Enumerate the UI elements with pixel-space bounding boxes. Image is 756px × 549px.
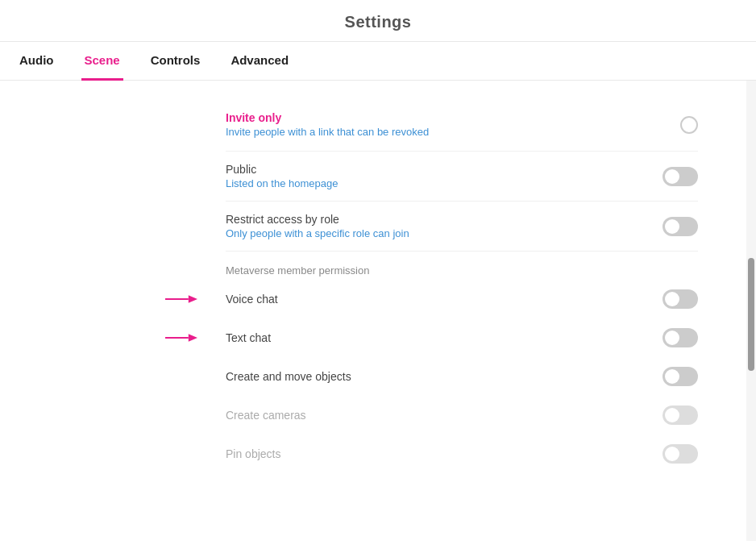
page-header: Settings bbox=[0, 0, 756, 42]
public-setting-info: Public Listed on the homepage bbox=[226, 163, 339, 189]
restrict-access-info: Restrict access by role Only people with… bbox=[226, 213, 409, 239]
scrollbar-track bbox=[746, 81, 756, 541]
svg-marker-1 bbox=[189, 295, 197, 303]
text-chat-arrow-indicator bbox=[165, 330, 197, 346]
tab-scene[interactable]: Scene bbox=[81, 42, 123, 81]
create-move-row: Create and move objects bbox=[226, 357, 698, 396]
pin-objects-row: Pin objects bbox=[226, 435, 698, 473]
invite-only-row: Invite only Invite people with a link th… bbox=[226, 105, 698, 152]
svg-marker-3 bbox=[189, 334, 197, 342]
invite-only-radio[interactable] bbox=[680, 116, 698, 134]
public-sub: Listed on the homepage bbox=[226, 177, 339, 189]
restrict-access-sub: Only people with a specific role can joi… bbox=[226, 227, 409, 239]
tab-controls[interactable]: Controls bbox=[147, 42, 204, 81]
restrict-access-toggle[interactable] bbox=[663, 217, 698, 236]
public-label: Public bbox=[226, 163, 339, 176]
create-move-label: Create and move objects bbox=[226, 370, 351, 383]
scrollbar-thumb[interactable] bbox=[748, 258, 754, 371]
create-cameras-label: Create cameras bbox=[226, 409, 306, 422]
arrow-right-icon bbox=[165, 291, 197, 307]
pin-objects-toggle[interactable] bbox=[663, 444, 698, 464]
voice-chat-label: Voice chat bbox=[226, 293, 278, 306]
arrow-right-icon-2 bbox=[165, 330, 197, 346]
restrict-access-setting-row: Restrict access by role Only people with… bbox=[226, 202, 698, 251]
main-content: Invite only Invite people with a link th… bbox=[0, 81, 746, 541]
tab-audio[interactable]: Audio bbox=[16, 42, 57, 81]
voice-chat-row: Voice chat bbox=[226, 280, 698, 318]
public-setting-row: Public Listed on the homepage bbox=[226, 152, 698, 201]
voice-chat-arrow-indicator bbox=[165, 291, 197, 307]
pin-objects-label: Pin objects bbox=[226, 447, 280, 460]
text-chat-toggle[interactable] bbox=[663, 328, 698, 347]
public-toggle[interactable] bbox=[663, 167, 698, 186]
fade-top bbox=[0, 81, 746, 105]
create-move-toggle[interactable] bbox=[663, 367, 698, 386]
settings-section: Invite only Invite people with a link th… bbox=[0, 105, 746, 473]
tab-advanced[interactable]: Advanced bbox=[227, 42, 292, 81]
section-heading: Metaverse member permission bbox=[226, 252, 698, 280]
invite-only-text: Invite only Invite people with a link th… bbox=[226, 111, 429, 138]
content-area: Invite only Invite people with a link th… bbox=[0, 81, 756, 541]
create-cameras-row: Create cameras bbox=[226, 396, 698, 435]
invite-only-sub: Invite people with a link that can be re… bbox=[226, 126, 429, 138]
create-cameras-toggle[interactable] bbox=[663, 406, 698, 425]
text-chat-row: Text chat bbox=[226, 318, 698, 357]
invite-only-label: Invite only bbox=[226, 111, 429, 124]
page-title: Settings bbox=[345, 13, 412, 31]
voice-chat-toggle[interactable] bbox=[663, 289, 698, 309]
tabs-bar: Audio Scene Controls Advanced bbox=[0, 42, 756, 81]
restrict-access-label: Restrict access by role bbox=[226, 213, 409, 226]
text-chat-label: Text chat bbox=[226, 331, 271, 344]
